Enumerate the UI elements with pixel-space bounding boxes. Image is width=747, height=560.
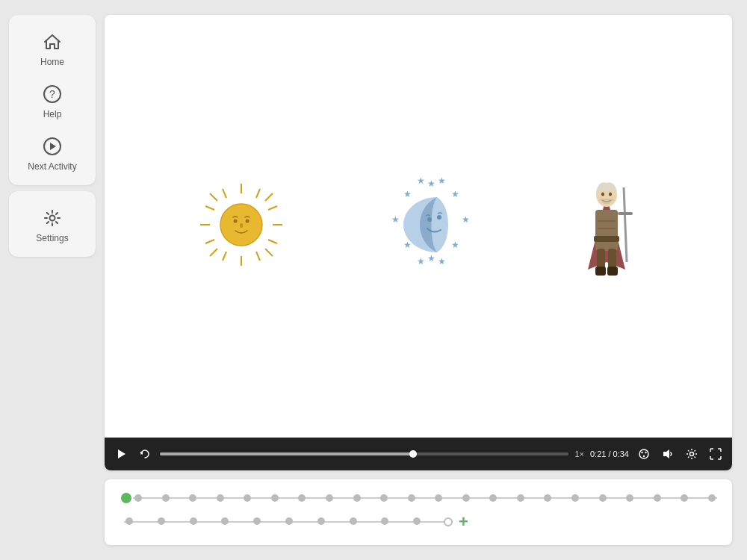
tl-dot[interactable] bbox=[435, 494, 442, 502]
svg-point-22 bbox=[246, 220, 249, 223]
svg-text:★: ★ bbox=[438, 256, 446, 267]
progress-bar[interactable] bbox=[160, 452, 568, 455]
tl-dot[interactable] bbox=[134, 494, 142, 502]
svg-marker-51 bbox=[118, 449, 125, 458]
svg-text:★: ★ bbox=[391, 214, 400, 225]
svg-text:★: ★ bbox=[403, 189, 412, 199]
timeline-dot-active[interactable] bbox=[121, 493, 131, 503]
svg-point-37 bbox=[437, 215, 441, 220]
tl-dot-2[interactable] bbox=[317, 517, 325, 525]
svg-line-12 bbox=[205, 206, 214, 210]
tl-dot[interactable] bbox=[380, 494, 388, 502]
palette-button[interactable] bbox=[635, 445, 653, 463]
svg-point-23 bbox=[240, 223, 243, 228]
sidebar-home-label: Home bbox=[40, 57, 64, 67]
svg-line-9 bbox=[265, 249, 273, 256]
sidebar-help-label: Help bbox=[43, 109, 62, 119]
sidebar-item-next-activity[interactable]: Next Activity bbox=[15, 128, 90, 176]
tl-dot[interactable] bbox=[217, 494, 224, 502]
tl-dot[interactable] bbox=[654, 494, 661, 502]
sidebar-item-settings[interactable]: Settings bbox=[15, 200, 90, 248]
play-button[interactable] bbox=[112, 445, 130, 463]
tl-dot[interactable] bbox=[244, 494, 251, 502]
svg-text:★: ★ bbox=[427, 253, 436, 264]
tl-dot-2[interactable] bbox=[413, 517, 421, 525]
svg-text:★: ★ bbox=[451, 240, 459, 250]
svg-text:★: ★ bbox=[427, 178, 436, 189]
tl-dot-open[interactable] bbox=[444, 517, 453, 526]
moon-illustration: ★ ★ ★ ★ ★ ★ ★ ★ bbox=[381, 176, 478, 276]
next-activity-icon bbox=[39, 133, 66, 160]
tl-dot[interactable] bbox=[162, 494, 170, 502]
svg-line-19 bbox=[223, 252, 226, 261]
sidebar-card-settings: Settings bbox=[9, 191, 96, 257]
tl-dot[interactable] bbox=[599, 494, 607, 502]
video-settings-button[interactable] bbox=[683, 445, 701, 463]
sidebar: Home ? Help Next Activity bbox=[0, 0, 105, 560]
tl-dot[interactable] bbox=[408, 494, 415, 502]
video-panel: ★ ★ ★ ★ ★ ★ ★ ★ bbox=[105, 15, 732, 470]
svg-line-14 bbox=[223, 189, 226, 198]
svg-point-21 bbox=[234, 220, 238, 223]
speed-button[interactable]: 1× bbox=[574, 449, 584, 458]
sidebar-settings-label: Settings bbox=[36, 233, 68, 243]
tl-dot[interactable] bbox=[544, 494, 551, 502]
progress-thumb bbox=[409, 450, 417, 458]
svg-line-15 bbox=[256, 252, 260, 261]
tl-dot[interactable] bbox=[681, 494, 688, 502]
svg-rect-39 bbox=[594, 236, 619, 242]
svg-marker-57 bbox=[663, 449, 669, 458]
replay-button[interactable] bbox=[136, 445, 154, 463]
svg-line-10 bbox=[265, 193, 273, 201]
tl-dot-2[interactable] bbox=[381, 517, 388, 525]
svg-line-11 bbox=[210, 249, 217, 256]
svg-text:★: ★ bbox=[451, 189, 459, 199]
svg-line-13 bbox=[268, 240, 277, 243]
tl-dot[interactable] bbox=[189, 494, 196, 502]
svg-line-16 bbox=[268, 206, 277, 210]
settings-icon bbox=[39, 205, 66, 231]
video-content: ★ ★ ★ ★ ★ ★ ★ ★ bbox=[105, 15, 732, 438]
tl-dot[interactable] bbox=[571, 494, 579, 502]
svg-point-55 bbox=[645, 452, 646, 453]
tl-dot[interactable] bbox=[353, 494, 361, 502]
volume-button[interactable] bbox=[659, 445, 677, 463]
tl-dot[interactable] bbox=[462, 494, 470, 502]
svg-point-41 bbox=[601, 193, 604, 196]
timeline-row-2: + bbox=[120, 512, 717, 532]
svg-rect-38 bbox=[595, 210, 618, 251]
tl-dot-2[interactable] bbox=[125, 517, 133, 525]
sidebar-next-activity-label: Next Activity bbox=[28, 161, 76, 172]
sidebar-item-help[interactable]: ? Help bbox=[15, 76, 90, 124]
tl-dot[interactable] bbox=[326, 494, 333, 502]
svg-text:★: ★ bbox=[438, 176, 446, 186]
timeline-panel: + bbox=[105, 479, 732, 545]
tl-dot[interactable] bbox=[489, 494, 497, 502]
tl-dot[interactable] bbox=[517, 494, 524, 502]
tl-dot-2[interactable] bbox=[350, 517, 357, 525]
tl-dot-2[interactable] bbox=[253, 517, 261, 525]
svg-text:★: ★ bbox=[417, 256, 425, 267]
sidebar-item-home[interactable]: Home bbox=[15, 24, 90, 72]
tl-dot[interactable] bbox=[271, 494, 279, 502]
tl-dot[interactable] bbox=[708, 494, 716, 502]
home-icon bbox=[39, 28, 66, 55]
tl-dot-2[interactable] bbox=[190, 517, 197, 525]
sun-illustration bbox=[196, 180, 286, 273]
fullscreen-button[interactable] bbox=[707, 445, 725, 463]
tl-dot-2[interactable] bbox=[221, 517, 229, 525]
knight-illustration bbox=[573, 172, 640, 280]
tl-dot-2[interactable] bbox=[285, 517, 293, 525]
tl-dot-2[interactable] bbox=[158, 517, 165, 525]
help-icon: ? bbox=[39, 81, 66, 108]
timeline-add-button[interactable]: + bbox=[459, 512, 468, 532]
sidebar-card-nav: Home ? Help Next Activity bbox=[9, 15, 96, 185]
tl-dot[interactable] bbox=[298, 494, 306, 502]
main-area: ★ ★ ★ ★ ★ ★ ★ ★ bbox=[105, 0, 747, 560]
tl-dot[interactable] bbox=[626, 494, 633, 502]
svg-line-8 bbox=[210, 193, 217, 201]
svg-text:?: ? bbox=[49, 88, 55, 100]
svg-text:★: ★ bbox=[417, 176, 425, 186]
svg-text:★: ★ bbox=[462, 214, 470, 225]
svg-point-58 bbox=[690, 452, 694, 456]
